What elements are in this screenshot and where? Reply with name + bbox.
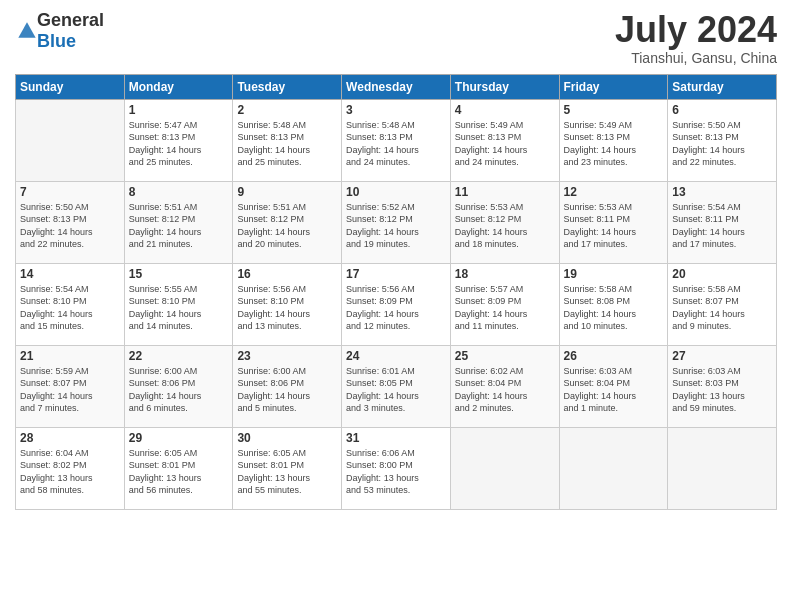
day-number: 13 [672, 185, 772, 199]
day-number: 23 [237, 349, 337, 363]
subtitle: Tianshui, Gansu, China [615, 50, 777, 66]
day-number: 15 [129, 267, 229, 281]
day-info: Sunrise: 5:58 AM Sunset: 8:08 PM Dayligh… [564, 283, 664, 333]
calendar-cell: 9Sunrise: 5:51 AM Sunset: 8:12 PM Daylig… [233, 181, 342, 263]
title-area: July 2024 Tianshui, Gansu, China [615, 10, 777, 66]
calendar-week-row: 28Sunrise: 6:04 AM Sunset: 8:02 PM Dayli… [16, 427, 777, 509]
day-info: Sunrise: 5:52 AM Sunset: 8:12 PM Dayligh… [346, 201, 446, 251]
day-info: Sunrise: 6:05 AM Sunset: 8:01 PM Dayligh… [129, 447, 229, 497]
calendar-cell: 17Sunrise: 5:56 AM Sunset: 8:09 PM Dayli… [342, 263, 451, 345]
day-info: Sunrise: 5:48 AM Sunset: 8:13 PM Dayligh… [237, 119, 337, 169]
day-info: Sunrise: 6:02 AM Sunset: 8:04 PM Dayligh… [455, 365, 555, 415]
day-number: 20 [672, 267, 772, 281]
calendar-cell: 26Sunrise: 6:03 AM Sunset: 8:04 PM Dayli… [559, 345, 668, 427]
calendar-cell: 21Sunrise: 5:59 AM Sunset: 8:07 PM Dayli… [16, 345, 125, 427]
weekday-header: Tuesday [233, 74, 342, 99]
calendar-cell: 5Sunrise: 5:49 AM Sunset: 8:13 PM Daylig… [559, 99, 668, 181]
day-info: Sunrise: 6:04 AM Sunset: 8:02 PM Dayligh… [20, 447, 120, 497]
calendar-cell: 25Sunrise: 6:02 AM Sunset: 8:04 PM Dayli… [450, 345, 559, 427]
day-number: 27 [672, 349, 772, 363]
day-number: 5 [564, 103, 664, 117]
calendar-cell: 15Sunrise: 5:55 AM Sunset: 8:10 PM Dayli… [124, 263, 233, 345]
day-number: 22 [129, 349, 229, 363]
calendar-cell [450, 427, 559, 509]
weekday-header-row: SundayMondayTuesdayWednesdayThursdayFrid… [16, 74, 777, 99]
day-number: 6 [672, 103, 772, 117]
calendar-cell: 20Sunrise: 5:58 AM Sunset: 8:07 PM Dayli… [668, 263, 777, 345]
calendar-cell: 30Sunrise: 6:05 AM Sunset: 8:01 PM Dayli… [233, 427, 342, 509]
day-number: 29 [129, 431, 229, 445]
day-number: 18 [455, 267, 555, 281]
calendar-cell: 1Sunrise: 5:47 AM Sunset: 8:13 PM Daylig… [124, 99, 233, 181]
day-number: 7 [20, 185, 120, 199]
day-info: Sunrise: 5:49 AM Sunset: 8:13 PM Dayligh… [455, 119, 555, 169]
day-info: Sunrise: 5:54 AM Sunset: 8:10 PM Dayligh… [20, 283, 120, 333]
logo-blue: Blue [37, 31, 76, 51]
calendar-cell: 7Sunrise: 5:50 AM Sunset: 8:13 PM Daylig… [16, 181, 125, 263]
day-info: Sunrise: 5:50 AM Sunset: 8:13 PM Dayligh… [20, 201, 120, 251]
day-number: 21 [20, 349, 120, 363]
day-number: 12 [564, 185, 664, 199]
calendar-cell: 12Sunrise: 5:53 AM Sunset: 8:11 PM Dayli… [559, 181, 668, 263]
day-info: Sunrise: 5:55 AM Sunset: 8:10 PM Dayligh… [129, 283, 229, 333]
logo-general: General [37, 10, 104, 30]
calendar-cell [668, 427, 777, 509]
day-info: Sunrise: 5:58 AM Sunset: 8:07 PM Dayligh… [672, 283, 772, 333]
day-info: Sunrise: 5:57 AM Sunset: 8:09 PM Dayligh… [455, 283, 555, 333]
calendar-cell: 14Sunrise: 5:54 AM Sunset: 8:10 PM Dayli… [16, 263, 125, 345]
calendar-cell: 8Sunrise: 5:51 AM Sunset: 8:12 PM Daylig… [124, 181, 233, 263]
page-container: General Blue July 2024 Tianshui, Gansu, … [0, 0, 792, 520]
calendar-week-row: 21Sunrise: 5:59 AM Sunset: 8:07 PM Dayli… [16, 345, 777, 427]
calendar-cell: 29Sunrise: 6:05 AM Sunset: 8:01 PM Dayli… [124, 427, 233, 509]
calendar-cell: 18Sunrise: 5:57 AM Sunset: 8:09 PM Dayli… [450, 263, 559, 345]
weekday-header: Friday [559, 74, 668, 99]
day-number: 17 [346, 267, 446, 281]
day-info: Sunrise: 5:51 AM Sunset: 8:12 PM Dayligh… [237, 201, 337, 251]
weekday-header: Wednesday [342, 74, 451, 99]
calendar-cell: 13Sunrise: 5:54 AM Sunset: 8:11 PM Dayli… [668, 181, 777, 263]
calendar-cell: 28Sunrise: 6:04 AM Sunset: 8:02 PM Dayli… [16, 427, 125, 509]
day-number: 1 [129, 103, 229, 117]
day-info: Sunrise: 6:05 AM Sunset: 8:01 PM Dayligh… [237, 447, 337, 497]
day-number: 28 [20, 431, 120, 445]
day-number: 9 [237, 185, 337, 199]
month-title: July 2024 [615, 10, 777, 50]
day-number: 24 [346, 349, 446, 363]
day-number: 25 [455, 349, 555, 363]
svg-marker-0 [18, 22, 35, 37]
calendar-cell: 3Sunrise: 5:48 AM Sunset: 8:13 PM Daylig… [342, 99, 451, 181]
calendar-cell: 22Sunrise: 6:00 AM Sunset: 8:06 PM Dayli… [124, 345, 233, 427]
day-number: 16 [237, 267, 337, 281]
calendar-cell: 23Sunrise: 6:00 AM Sunset: 8:06 PM Dayli… [233, 345, 342, 427]
day-number: 30 [237, 431, 337, 445]
day-info: Sunrise: 6:03 AM Sunset: 8:04 PM Dayligh… [564, 365, 664, 415]
calendar-cell: 4Sunrise: 5:49 AM Sunset: 8:13 PM Daylig… [450, 99, 559, 181]
calendar-cell: 16Sunrise: 5:56 AM Sunset: 8:10 PM Dayli… [233, 263, 342, 345]
day-info: Sunrise: 5:56 AM Sunset: 8:09 PM Dayligh… [346, 283, 446, 333]
weekday-header: Sunday [16, 74, 125, 99]
calendar-cell [16, 99, 125, 181]
calendar-cell: 6Sunrise: 5:50 AM Sunset: 8:13 PM Daylig… [668, 99, 777, 181]
weekday-header: Monday [124, 74, 233, 99]
day-info: Sunrise: 5:59 AM Sunset: 8:07 PM Dayligh… [20, 365, 120, 415]
day-info: Sunrise: 5:56 AM Sunset: 8:10 PM Dayligh… [237, 283, 337, 333]
day-info: Sunrise: 5:54 AM Sunset: 8:11 PM Dayligh… [672, 201, 772, 251]
logo: General Blue [15, 10, 104, 52]
calendar-cell [559, 427, 668, 509]
day-number: 10 [346, 185, 446, 199]
day-number: 19 [564, 267, 664, 281]
day-number: 26 [564, 349, 664, 363]
calendar-week-row: 7Sunrise: 5:50 AM Sunset: 8:13 PM Daylig… [16, 181, 777, 263]
day-info: Sunrise: 6:06 AM Sunset: 8:00 PM Dayligh… [346, 447, 446, 497]
day-number: 8 [129, 185, 229, 199]
day-info: Sunrise: 5:53 AM Sunset: 8:12 PM Dayligh… [455, 201, 555, 251]
weekday-header: Saturday [668, 74, 777, 99]
day-number: 14 [20, 267, 120, 281]
day-info: Sunrise: 5:49 AM Sunset: 8:13 PM Dayligh… [564, 119, 664, 169]
calendar-cell: 19Sunrise: 5:58 AM Sunset: 8:08 PM Dayli… [559, 263, 668, 345]
day-info: Sunrise: 6:00 AM Sunset: 8:06 PM Dayligh… [129, 365, 229, 415]
day-info: Sunrise: 5:48 AM Sunset: 8:13 PM Dayligh… [346, 119, 446, 169]
day-number: 11 [455, 185, 555, 199]
day-number: 4 [455, 103, 555, 117]
day-info: Sunrise: 6:00 AM Sunset: 8:06 PM Dayligh… [237, 365, 337, 415]
